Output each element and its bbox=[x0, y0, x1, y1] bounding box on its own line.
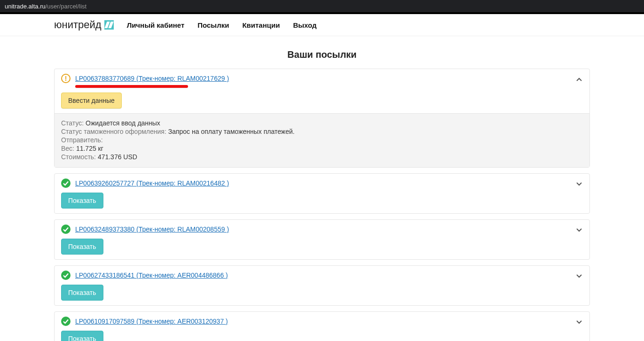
check-circle-icon bbox=[61, 271, 71, 280]
parcel-header: LP00632489373380 (Трек-номер: RLAM002085… bbox=[55, 220, 589, 259]
parcel-card: LP00627433186541 (Трек-номер: AER0044868… bbox=[54, 265, 590, 306]
parcel-card: LP00632489373380 (Трек-номер: RLAM002085… bbox=[54, 219, 590, 260]
detail-customs: Статус таможенного оформления: Запрос на… bbox=[61, 128, 583, 135]
parcel-card: LP00639260257727 (Трек-номер: RLAM002164… bbox=[54, 173, 590, 214]
browser-url-bar: unitrade.alta.ru/user/parcel/list bbox=[0, 0, 644, 12]
check-circle-icon bbox=[61, 225, 71, 234]
redaction-mark bbox=[75, 85, 188, 88]
svg-point-2 bbox=[61, 178, 71, 188]
chevron-down-icon[interactable] bbox=[575, 318, 583, 327]
chevron-down-icon[interactable] bbox=[575, 272, 583, 281]
detail-sender: Отправитель: bbox=[61, 136, 583, 144]
url-host: unitrade.alta.ru bbox=[5, 3, 46, 10]
brand-logo[interactable]: юнитрейд bbox=[54, 19, 114, 31]
show-button[interactable]: Показать bbox=[61, 193, 103, 209]
parcel-list: !LP00637883770689 (Трек-номер: RLAM00217… bbox=[54, 69, 590, 341]
brand-name: юнитрейд bbox=[54, 19, 102, 31]
detail-label: Стоимость: bbox=[61, 153, 98, 161]
detail-label: Отправитель: bbox=[61, 136, 103, 144]
parcel-link[interactable]: LP00639260257727 (Трек-номер: RLAM002164… bbox=[75, 179, 229, 187]
parcel-header: LP00639260257727 (Трек-номер: RLAM002164… bbox=[55, 174, 589, 213]
navbar: юнитрейд Личный кабинет Посылки Квитанци… bbox=[0, 14, 644, 36]
nav-receipts[interactable]: Квитанции bbox=[242, 21, 280, 29]
nav-cabinet[interactable]: Личный кабинет bbox=[127, 21, 185, 29]
show-button[interactable]: Показать bbox=[61, 331, 103, 341]
parcel-header: LP00627433186541 (Трек-номер: AER0044868… bbox=[55, 266, 589, 305]
nav-logout[interactable]: Выход bbox=[293, 21, 316, 29]
nav-parcels[interactable]: Посылки bbox=[197, 21, 229, 29]
detail-label: Вес: bbox=[61, 145, 76, 152]
parcel-header: !LP00637883770689 (Трек-номер: RLAM00217… bbox=[55, 69, 589, 113]
brand-mark-icon bbox=[104, 20, 114, 30]
parcel-link[interactable]: LP00637883770689 (Трек-номер: RLAM002176… bbox=[75, 75, 229, 82]
check-circle-icon bbox=[61, 317, 71, 326]
detail-value: Ожидается ввод данных bbox=[86, 119, 160, 127]
parcel-link[interactable]: LP00610917097589 (Трек-номер: AER0031209… bbox=[75, 318, 228, 325]
svg-point-3 bbox=[61, 225, 71, 234]
chevron-up-icon[interactable] bbox=[575, 76, 583, 85]
page-title: Ваши посылки bbox=[54, 49, 590, 60]
svg-text:!: ! bbox=[65, 75, 67, 82]
svg-point-5 bbox=[61, 317, 71, 326]
chevron-down-icon[interactable] bbox=[575, 226, 583, 235]
detail-label: Статус таможенного оформления: bbox=[61, 128, 168, 135]
url-path: /user/parcel/list bbox=[46, 3, 86, 10]
detail-weight: Вес: 11.725 кг bbox=[61, 145, 583, 152]
detail-status: Статус: Ожидается ввод данных bbox=[61, 119, 583, 127]
parcel-details: Статус: Ожидается ввод данныхСтатус тамо… bbox=[55, 113, 589, 167]
parcel-link[interactable]: LP00632489373380 (Трек-номер: RLAM002085… bbox=[75, 225, 229, 233]
show-button[interactable]: Показать bbox=[61, 285, 103, 301]
detail-label: Статус: bbox=[61, 119, 86, 127]
parcel-card: !LP00637883770689 (Трек-номер: RLAM00217… bbox=[54, 69, 590, 168]
detail-cost: Стоимость: 471.376 USD bbox=[61, 153, 583, 161]
detail-value: 11.725 кг bbox=[76, 145, 103, 152]
detail-value: Запрос на оплату таможенных платежей. bbox=[168, 128, 295, 135]
parcel-link[interactable]: LP00627433186541 (Трек-номер: AER0044868… bbox=[75, 271, 228, 279]
chevron-down-icon[interactable] bbox=[575, 180, 583, 189]
check-circle-icon bbox=[61, 178, 71, 188]
show-button[interactable]: Показать bbox=[61, 239, 103, 255]
detail-value: 471.376 USD bbox=[98, 153, 137, 161]
enter-data-button[interactable]: Ввести данные bbox=[61, 93, 122, 108]
alert-circle-icon: ! bbox=[61, 74, 71, 83]
parcel-header: LP00610917097589 (Трек-номер: AER0031209… bbox=[55, 312, 589, 341]
parcel-card: LP00610917097589 (Трек-номер: AER0031209… bbox=[54, 311, 590, 341]
svg-point-4 bbox=[61, 271, 71, 280]
